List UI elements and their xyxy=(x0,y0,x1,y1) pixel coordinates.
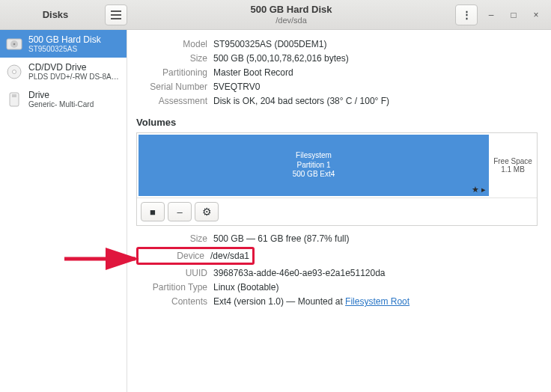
sidebar-item-cddvd[interactable]: CD/DVD Drive PLDS DVD+/-RW DS-8A8SH xyxy=(0,58,127,85)
value-uuid: 3968763a-adde-46e0-ae93-e2a1e51120da xyxy=(213,268,538,278)
kebab-icon: ⋮ xyxy=(462,9,472,20)
label-part-size: Size xyxy=(136,233,207,244)
filesystem-root-link[interactable]: Filesystem Root xyxy=(345,296,410,307)
app-name: Disks xyxy=(6,9,105,20)
sidebar-item-hard-disk[interactable]: 500 GB Hard Disk ST9500325AS xyxy=(0,30,127,58)
value-model: ST9500325AS (D005DEM1) xyxy=(213,39,538,49)
minimize-icon: – xyxy=(489,10,494,20)
label-model: Model xyxy=(136,39,207,49)
value-contents: Ext4 (version 1.0) — Mounted at Filesyst… xyxy=(213,296,538,307)
hamburger-icon xyxy=(111,10,121,19)
volume-free-space[interactable]: Free Space 1.1 MB xyxy=(490,135,535,196)
sidebar-item-sub: PLDS DVD+/-RW DS-8A8SH xyxy=(28,73,121,81)
disk-menu-button[interactable]: ⋮ xyxy=(455,4,478,25)
close-icon: × xyxy=(533,10,538,20)
svg-point-4 xyxy=(13,70,16,73)
window-subtitle: /dev/sda xyxy=(127,16,455,25)
device-highlight: Device /dev/sda1 xyxy=(136,247,255,265)
stop-icon: ■ xyxy=(150,206,156,218)
volume-line: 500 GB Ext4 xyxy=(293,170,335,180)
label-size: Size xyxy=(136,53,207,64)
label-serial: Serial Number xyxy=(136,82,207,92)
contents-prefix: Ext4 (version 1.0) — Mounted at xyxy=(213,296,345,307)
value-serial: 5VEQTRV0 xyxy=(213,82,538,92)
minus-icon: – xyxy=(177,206,182,218)
removable-drive-icon xyxy=(6,91,22,108)
star-icon: ★ ▸ xyxy=(472,185,486,195)
sidebar-item-label: CD/DVD Drive xyxy=(28,62,121,73)
value-part-size: 500 GB — 61 GB free (87.7% full) xyxy=(213,233,538,244)
label-ptype: Partition Type xyxy=(136,282,207,293)
sidebar-item-label: Drive xyxy=(28,90,94,100)
volumes-box: Filesystem Partition 1 500 GB Ext4 ★ ▸ F… xyxy=(136,132,538,226)
window-header: Disks 500 GB Hard Disk /dev/sda ⋮ – □ × xyxy=(0,0,551,30)
unmount-button[interactable]: ■ xyxy=(141,202,165,221)
svg-point-2 xyxy=(13,43,16,45)
maximize-icon: □ xyxy=(511,10,516,20)
volume-line: Filesystem xyxy=(296,151,332,161)
window-minimize-button[interactable]: – xyxy=(482,6,500,24)
value-device: /dev/sda1 xyxy=(210,251,249,261)
app-menu-button[interactable] xyxy=(105,4,127,25)
window-close-button[interactable]: × xyxy=(527,6,545,24)
device-sidebar: 500 GB Hard Disk ST9500325AS CD/DVD Driv… xyxy=(0,30,127,392)
gear-icon: ⚙ xyxy=(202,206,212,218)
value-assessment: Disk is OK, 204 bad sectors (38° C / 100… xyxy=(213,96,538,106)
volume-line: 1.1 MB xyxy=(501,165,525,174)
volumes-heading: Volumes xyxy=(136,117,538,128)
label-device: Device xyxy=(141,251,204,261)
label-contents: Contents xyxy=(136,296,207,307)
volume-partition-1[interactable]: Filesystem Partition 1 500 GB Ext4 ★ ▸ xyxy=(138,135,489,196)
sidebar-item-sub: Generic- Multi-Card xyxy=(28,100,94,108)
label-assessment: Assessment xyxy=(136,96,207,106)
label-uuid: UUID xyxy=(136,268,207,278)
sidebar-item-label: 500 GB Hard Disk xyxy=(28,34,101,45)
main-panel: Model ST9500325AS (D005DEM1) Size 500 GB… xyxy=(127,30,551,392)
volume-line: Free Space xyxy=(493,157,532,165)
window-maximize-button[interactable]: □ xyxy=(505,6,523,24)
value-partitioning: Master Boot Record xyxy=(213,67,538,78)
volume-line: Partition 1 xyxy=(296,161,330,171)
sidebar-item-drive[interactable]: Drive Generic- Multi-Card xyxy=(0,85,127,113)
svg-rect-6 xyxy=(12,94,16,97)
partition-settings-button[interactable]: ⚙ xyxy=(195,202,219,221)
label-partitioning: Partitioning xyxy=(136,67,207,78)
sidebar-item-sub: ST9500325AS xyxy=(28,45,101,53)
hard-disk-icon xyxy=(6,36,22,52)
optical-drive-icon xyxy=(6,64,22,80)
window-title: 500 GB Hard Disk xyxy=(127,4,455,15)
value-size: 500 GB (5,00,10,78,62,016 bytes) xyxy=(213,53,538,64)
delete-partition-button[interactable]: – xyxy=(168,202,192,221)
value-ptype: Linux (Bootable) xyxy=(213,282,538,293)
